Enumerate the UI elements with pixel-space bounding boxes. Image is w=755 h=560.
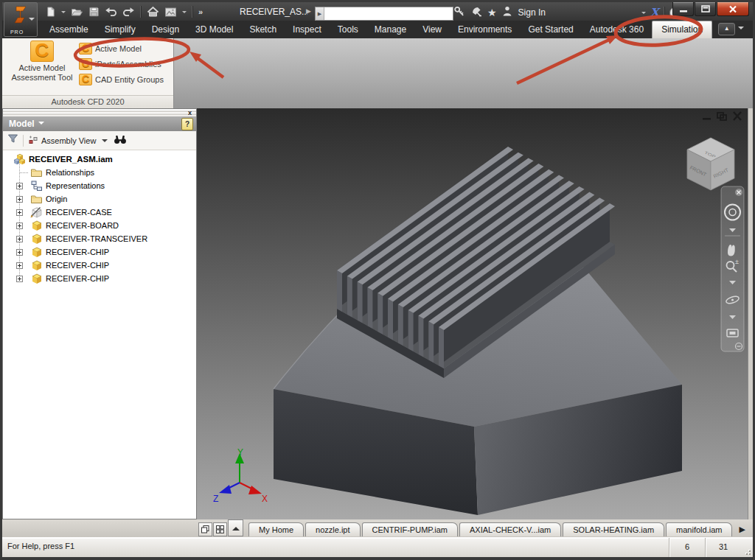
tree-expand-icon[interactable] xyxy=(16,195,23,204)
ribbon-collapse-button[interactable]: ▲ xyxy=(718,23,735,35)
assembly-view-label[interactable]: Assembly View xyxy=(41,136,96,145)
tree-item-receiver-chip-3[interactable]: RECEIVER-CHIP xyxy=(4,272,195,285)
part-icon xyxy=(30,246,43,258)
tree-expand-icon[interactable] xyxy=(16,248,23,257)
doc-tab-manifold[interactable]: manifold.iam xyxy=(666,522,732,536)
3d-viewport[interactable]: Y X Z TOP FRONT RIGHT xyxy=(197,108,748,519)
search-input[interactable] xyxy=(324,7,453,20)
sign-in-dropdown-icon[interactable] xyxy=(641,12,646,16)
assembly-view-dropdown-icon[interactable] xyxy=(102,139,108,145)
sign-in-label[interactable]: Sign In xyxy=(518,7,546,18)
assembly-view-icon[interactable] xyxy=(28,134,38,147)
iparts-iassemblies-button[interactable]: C iParts/iAssemblies xyxy=(79,56,164,71)
toolbar-expand-icon[interactable]: » xyxy=(198,7,203,16)
tab-inspect[interactable]: Inspect xyxy=(285,21,330,38)
tile-windows-icon[interactable] xyxy=(213,522,227,536)
tab-assemble[interactable]: Assemble xyxy=(41,21,97,38)
tab-manage[interactable]: Manage xyxy=(366,21,414,38)
document-minimize-icon[interactable] xyxy=(703,118,711,120)
tree-item-assembly-root[interactable]: RECEIVER_ASM.iam xyxy=(4,153,195,166)
active-model-button[interactable]: C Active Model xyxy=(79,41,164,56)
doc-tab-centrif-pump[interactable]: CENTRIF-PUMP.iam xyxy=(362,522,458,536)
doc-tab-solar-heating[interactable]: SOLAR-HEATING.iam xyxy=(563,522,664,536)
redo-icon[interactable] xyxy=(122,7,135,18)
navbar-close-icon[interactable] xyxy=(735,189,742,196)
exchange-apps-icon[interactable]: X xyxy=(650,6,659,19)
sign-in-user-icon[interactable] xyxy=(501,5,513,20)
tree-expand-icon[interactable] xyxy=(16,235,23,244)
tab-tools[interactable]: Tools xyxy=(330,21,366,38)
tab-view[interactable]: View xyxy=(414,21,450,38)
search-expand-icon[interactable]: ▶ xyxy=(316,7,324,20)
tab-autodesk-360[interactable]: Autodesk 360 xyxy=(582,21,652,38)
browser-header-title: Model xyxy=(9,119,35,129)
minimize-button[interactable] xyxy=(672,2,694,16)
pan-hand-icon[interactable] xyxy=(728,245,735,256)
tree-expand-icon[interactable] xyxy=(16,182,23,191)
application-menu-button[interactable]: PRO xyxy=(4,2,38,37)
browser-close-icon[interactable]: x xyxy=(188,109,192,116)
quick-access-toolbar: » xyxy=(45,5,203,18)
tree-item-label: RECEIVER-CHIP xyxy=(46,248,109,256)
tab-simplify[interactable]: Simplify xyxy=(97,21,144,38)
search-binoculars-icon[interactable] xyxy=(114,134,127,147)
window-controls xyxy=(672,2,749,16)
tab-3d-model[interactable]: 3D Model xyxy=(187,21,241,38)
favorites-star-icon[interactable]: ★ xyxy=(487,7,497,18)
tree-item-receiver-board[interactable]: RECEIVER-BOARD xyxy=(4,219,195,232)
document-close-icon[interactable] xyxy=(734,112,741,120)
save-icon[interactable] xyxy=(88,6,100,18)
render-dropdown-icon[interactable] xyxy=(182,11,187,15)
new-file-dropdown-icon[interactable] xyxy=(61,11,66,15)
tree-item-receiver-transceiver[interactable]: RECEIVER-TRANSCEIVER xyxy=(4,232,195,245)
browser-header[interactable]: Model ? xyxy=(3,116,196,131)
browser-splitter[interactable]: x xyxy=(3,109,196,116)
undo-icon[interactable] xyxy=(105,7,117,18)
home-icon[interactable] xyxy=(147,6,159,18)
part-icon xyxy=(30,273,43,284)
cad-entity-groups-button[interactable]: C CAD Entity Groups xyxy=(79,71,164,87)
active-model-assessment-tool-button[interactable]: C Active Model Assessment Tool xyxy=(7,41,77,94)
tab-simulation[interactable]: Simulation xyxy=(652,21,712,38)
communication-center-icon[interactable] xyxy=(470,5,483,21)
tab-environments[interactable]: Environments xyxy=(450,21,520,38)
filter-icon[interactable] xyxy=(7,133,18,147)
tab-get-started[interactable]: Get Started xyxy=(520,21,581,38)
ribbon-collapse-dropdown-icon[interactable] xyxy=(738,27,744,32)
search-help-key-icon[interactable] xyxy=(453,5,466,21)
tree-expand-icon[interactable] xyxy=(16,262,23,270)
cascade-windows-icon[interactable] xyxy=(198,522,212,536)
tree-item-receiver-case[interactable]: RECEIVER-CASE xyxy=(4,206,195,219)
close-button[interactable] xyxy=(717,2,749,16)
document-title: RECEIVER_AS... xyxy=(240,7,307,17)
tree-expand-icon[interactable] xyxy=(16,275,23,284)
tree-item-relationships[interactable]: Relationships xyxy=(4,166,195,179)
browser-toolbar: Assembly View xyxy=(3,131,196,150)
restore-button[interactable] xyxy=(695,2,716,16)
browser-help-icon[interactable]: ? xyxy=(181,118,193,130)
tab-design[interactable]: Design xyxy=(144,21,187,38)
tree-expand-icon[interactable] xyxy=(16,209,23,217)
svg-text:±: ± xyxy=(735,258,739,265)
view-cube[interactable]: TOP FRONT RIGHT xyxy=(687,138,734,190)
toolbar-separator xyxy=(23,135,24,147)
doc-tab-axial-check-valve[interactable]: AXIAL-CHECK-V...iam xyxy=(459,522,561,536)
tree-item-origin[interactable]: Origin xyxy=(4,192,195,206)
expand-tabs-icon[interactable] xyxy=(228,519,243,536)
status-bar: For Help, press F1 6 31 xyxy=(2,537,753,557)
doc-tab-my-home[interactable]: My Home xyxy=(248,522,304,536)
tree-item-receiver-chip-2[interactable]: RECEIVER-CHIP xyxy=(4,259,195,272)
tree-item-representations[interactable]: Representations xyxy=(4,179,195,192)
next-tab-icon[interactable]: ▶ xyxy=(740,525,745,534)
panel-title[interactable]: Autodesk CFD 2020 xyxy=(2,95,173,108)
open-file-icon[interactable] xyxy=(71,6,83,18)
doc-tab-nozzle[interactable]: nozzle.ipt xyxy=(305,522,360,536)
tree-item-receiver-chip-1[interactable]: RECEIVER-CHIP xyxy=(4,245,195,259)
document-title-arrow-icon[interactable]: ▶ xyxy=(306,7,311,15)
new-file-icon[interactable] xyxy=(45,6,56,18)
resize-grip[interactable] xyxy=(743,547,751,555)
tab-sketch[interactable]: Sketch xyxy=(241,21,285,38)
render-gallery-icon[interactable] xyxy=(164,7,177,18)
document-restore-icon[interactable] xyxy=(717,113,726,120)
tree-expand-icon[interactable] xyxy=(16,222,23,231)
